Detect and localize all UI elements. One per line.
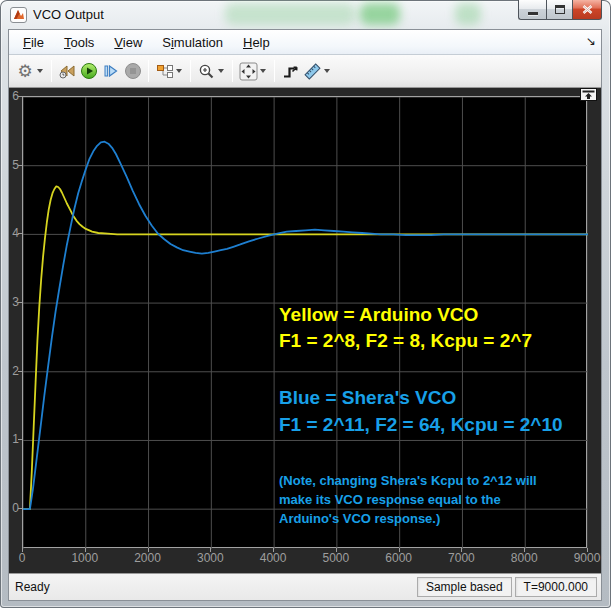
x-tick-label: 2000 — [123, 551, 173, 565]
x-tick-label: 7000 — [436, 551, 486, 565]
x-tick-mark — [336, 548, 337, 552]
menu-item-simulation[interactable]: Simulation — [152, 32, 233, 53]
zoom-button[interactable] — [195, 60, 217, 82]
measurements-button[interactable] — [301, 60, 323, 82]
maximize-icon — [555, 5, 565, 14]
toolbar-separator — [148, 60, 149, 82]
settings-dropdown-caret[interactable] — [37, 69, 43, 73]
toolbar-separator — [51, 60, 52, 82]
x-tick-label: 1000 — [60, 551, 110, 565]
stop-button[interactable] — [122, 60, 144, 82]
dock-arrow-icon[interactable]: ↘ — [586, 34, 596, 48]
annotation-blue-label: Blue = Shera's VCO F1 = 2^11, F2 = 64, K… — [279, 384, 563, 438]
trigger-icon — [282, 63, 299, 80]
trigger-button[interactable] — [279, 60, 301, 82]
annotation-note-label: (Note, changing Shera's Kcpu to 2^12 wil… — [279, 471, 537, 528]
dock-up-arrow-icon — [582, 90, 595, 99]
plot-area[interactable]: Yellow = Arduino VCO F1 = 2^8, F2 = 8, K… — [22, 96, 587, 548]
close-button[interactable] — [573, 0, 602, 20]
step-back-button[interactable] — [56, 60, 78, 82]
x-tick-label: 5000 — [311, 551, 361, 565]
sample-mode-cell: Sample based — [417, 577, 512, 597]
y-tick-mark — [18, 233, 22, 234]
y-tick-mark — [18, 96, 22, 97]
x-tick-label: 8000 — [499, 551, 549, 565]
step-forward-button[interactable] — [100, 60, 122, 82]
measurements-ruler-icon — [303, 62, 322, 81]
menu-item-tools[interactable]: Tools — [54, 32, 104, 53]
window-title: VCO Output — [33, 7, 104, 22]
fit-to-view-button[interactable] — [237, 60, 259, 82]
close-icon — [582, 5, 593, 14]
x-tick-label: 0 — [0, 551, 47, 565]
x-tick-mark — [22, 548, 23, 552]
measurements-caret[interactable] — [324, 69, 330, 73]
zoom-dropdown-caret[interactable] — [218, 69, 224, 73]
toolbar-separator — [274, 60, 275, 82]
x-tick-mark — [148, 548, 149, 552]
y-tick-mark — [18, 165, 22, 166]
y-tick-mark — [18, 371, 22, 372]
fit-to-view-caret[interactable] — [260, 69, 266, 73]
x-tick-mark — [399, 548, 400, 552]
glass-reflection — [225, 3, 355, 25]
menu-item-help[interactable]: Help — [233, 32, 280, 53]
menu-item-view[interactable]: View — [104, 32, 152, 53]
title-bar[interactable]: VCO Output — [0, 0, 611, 29]
status-text: Ready — [15, 580, 50, 594]
toolbar: ⚙ — [9, 55, 601, 88]
signal-selector-icon — [155, 64, 174, 79]
minimize-button[interactable] — [518, 0, 546, 20]
toolbar-separator — [232, 60, 233, 82]
x-tick-label: 3000 — [185, 551, 235, 565]
y-tick-mark — [18, 302, 22, 303]
step-forward-icon — [103, 63, 119, 79]
maximize-button[interactable] — [546, 0, 573, 20]
zoom-in-icon — [198, 63, 215, 80]
run-icon — [80, 62, 98, 80]
fit-to-view-icon — [239, 62, 258, 81]
y-tick-mark — [18, 439, 22, 440]
y-tick-mark — [18, 508, 22, 509]
x-tick-mark — [273, 548, 274, 552]
scope-window: VCO Output FileToolsViewSimulationHelp↘ … — [0, 0, 611, 608]
signal-selector-caret[interactable] — [176, 69, 182, 73]
menu-item-file[interactable]: File — [13, 32, 54, 53]
annotation-yellow-label: Yellow = Arduino VCO F1 = 2^8, F2 = 8, K… — [279, 302, 532, 354]
menu-bar: FileToolsViewSimulationHelp↘ — [9, 30, 601, 55]
simulink-app-icon — [10, 7, 27, 23]
x-tick-mark — [85, 548, 86, 552]
sim-time-cell: T=9000.000 — [515, 577, 597, 597]
x-tick-mark — [524, 548, 525, 552]
gear-icon: ⚙ — [17, 63, 32, 80]
scope-canvas[interactable]: Yellow = Arduino VCO F1 = 2^8, F2 = 8, K… — [9, 88, 601, 573]
run-button[interactable] — [78, 60, 100, 82]
window-controls — [518, 0, 602, 20]
toolbar-separator — [190, 60, 191, 82]
glass-reflection — [455, 3, 481, 25]
step-back-icon — [58, 63, 76, 79]
minimize-icon — [528, 12, 538, 15]
x-tick-label: 6000 — [374, 551, 424, 565]
stop-icon — [124, 62, 142, 80]
float-scope-button[interactable] — [580, 88, 597, 101]
x-tick-label: 9000 — [562, 551, 611, 565]
x-tick-mark — [461, 548, 462, 552]
status-bar: Ready Sample based T=9000.000 — [9, 573, 601, 600]
x-tick-mark — [587, 548, 588, 552]
x-tick-mark — [210, 548, 211, 552]
glass-reflection — [360, 3, 400, 25]
client-area: FileToolsViewSimulationHelp↘ ⚙ — [8, 29, 602, 601]
signal-selector-button[interactable] — [153, 60, 175, 82]
x-tick-label: 4000 — [248, 551, 298, 565]
settings-gear-button[interactable]: ⚙ — [14, 60, 36, 82]
